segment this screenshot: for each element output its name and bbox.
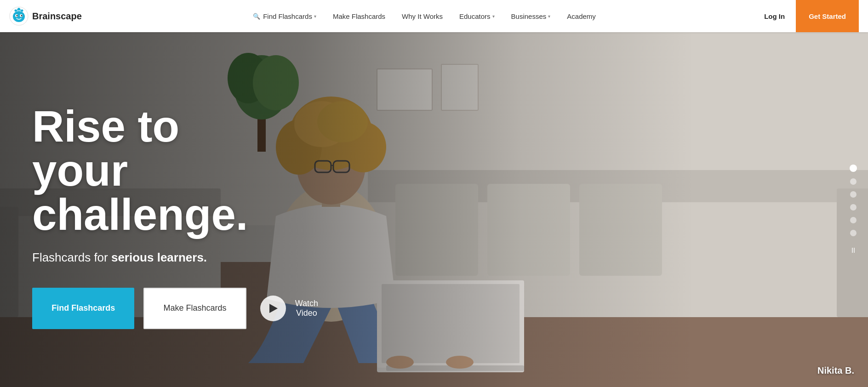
nav-why-it-works[interactable]: Why It Works bbox=[394, 0, 451, 32]
slide-dot-4[interactable] bbox=[850, 204, 857, 211]
nav-find-flashcards[interactable]: 🔍 Find Flashcards ▾ bbox=[245, 0, 325, 32]
svg-point-5 bbox=[21, 15, 23, 17]
slide-indicators: ⏸ bbox=[850, 165, 857, 255]
hero-title-line2: your challenge. bbox=[32, 146, 248, 239]
nav-academy[interactable]: Academy bbox=[559, 0, 604, 32]
navbar: Brainscape 🔍 Find Flashcards ▾ Make Flas… bbox=[0, 0, 868, 32]
hero-buttons: Find Flashcards Make Flashcards Watch Vi… bbox=[32, 288, 322, 329]
slide-dot-2[interactable] bbox=[850, 178, 857, 185]
nav-businesses[interactable]: Businesses ▾ bbox=[503, 0, 559, 32]
nav-make-flashcards[interactable]: Make Flashcards bbox=[325, 0, 394, 32]
make-flashcards-button[interactable]: Make Flashcards bbox=[143, 288, 246, 329]
svg-point-4 bbox=[17, 15, 18, 17]
watch-video-label: Watch Video bbox=[291, 299, 322, 318]
svg-point-8 bbox=[21, 10, 23, 12]
login-button[interactable]: Log In bbox=[753, 0, 796, 32]
search-icon: 🔍 bbox=[253, 13, 260, 20]
get-started-button[interactable]: Get Started bbox=[796, 0, 859, 32]
nav-businesses-label: Businesses bbox=[511, 12, 547, 20]
play-triangle-icon bbox=[269, 304, 278, 313]
nav-find-flashcards-label: Find Flashcards bbox=[263, 12, 312, 20]
slide-dot-3[interactable] bbox=[850, 191, 857, 198]
slide-dot-1[interactable] bbox=[850, 165, 857, 172]
svg-point-7 bbox=[15, 10, 17, 12]
svg-point-6 bbox=[17, 8, 20, 11]
hero-subtitle-bold: serious learners. bbox=[111, 250, 207, 264]
nav-make-flashcards-label: Make Flashcards bbox=[333, 12, 385, 20]
navbar-right: Log In Get Started bbox=[753, 0, 859, 32]
hero-section: Rise to your challenge. Flashcards for s… bbox=[0, 32, 868, 387]
navbar-center: 🔍 Find Flashcards ▾ Make Flashcards Why … bbox=[96, 0, 753, 32]
hero-content: Rise to your challenge. Flashcards for s… bbox=[0, 32, 322, 387]
slide-dot-5[interactable] bbox=[850, 217, 857, 223]
nav-educators[interactable]: Educators ▾ bbox=[451, 0, 503, 32]
chevron-down-icon: ▾ bbox=[314, 14, 316, 19]
slide-dot-6[interactable] bbox=[850, 230, 857, 236]
brand-logo-icon bbox=[9, 6, 29, 26]
brand-name: Brainscape bbox=[32, 11, 82, 22]
hero-title-line1: Rise to bbox=[32, 102, 179, 151]
watch-video-button[interactable]: Watch Video bbox=[260, 296, 322, 321]
svg-point-1 bbox=[13, 11, 25, 22]
brand-logo-link[interactable]: Brainscape bbox=[9, 6, 82, 26]
hero-subtitle-plain: Flashcards for bbox=[32, 250, 111, 264]
chevron-down-icon-educators: ▾ bbox=[492, 14, 495, 19]
nav-educators-label: Educators bbox=[459, 12, 491, 20]
play-icon-circle bbox=[260, 296, 286, 321]
hero-credit: Nikita B. bbox=[817, 365, 854, 376]
chevron-down-icon-businesses: ▾ bbox=[548, 14, 550, 19]
hero-title: Rise to your challenge. bbox=[32, 104, 322, 237]
find-flashcards-button[interactable]: Find Flashcards bbox=[32, 288, 134, 329]
hero-subtitle: Flashcards for serious learners. bbox=[32, 250, 322, 265]
nav-academy-label: Academy bbox=[567, 12, 596, 20]
nav-why-it-works-label: Why It Works bbox=[402, 12, 443, 20]
pause-button[interactable]: ⏸ bbox=[850, 246, 857, 255]
